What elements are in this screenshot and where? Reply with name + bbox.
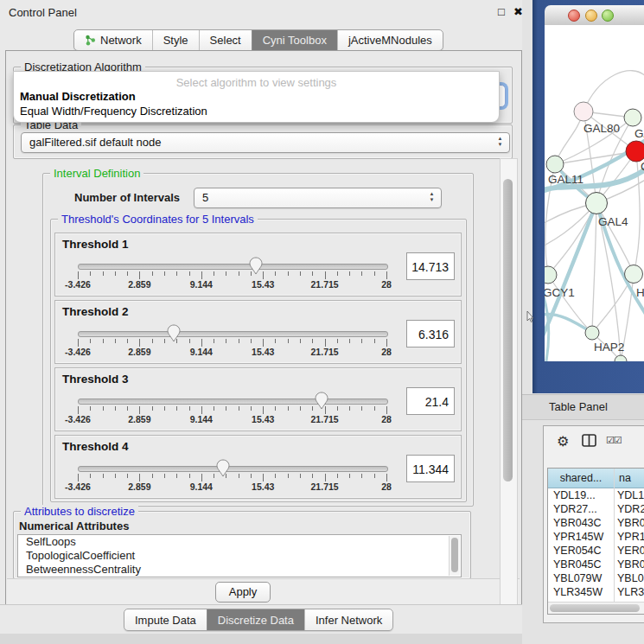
table-data-combobox[interactable]: galFiltered.sif default node ▲▼ xyxy=(21,132,510,153)
table-row[interactable]: YER054CYER0 xyxy=(548,544,644,558)
minimize-traffic-light-icon[interactable] xyxy=(585,10,597,22)
slider-track[interactable] xyxy=(78,399,388,405)
table-row[interactable]: YDR27...YDR2 xyxy=(548,502,644,516)
threshold-value-field[interactable]: 6.316 xyxy=(406,320,455,348)
network-node[interactable] xyxy=(546,156,564,173)
zoom-traffic-light-icon[interactable] xyxy=(602,10,614,22)
slider-tick xyxy=(152,271,153,276)
panel-scrollbar[interactable] xyxy=(500,158,518,605)
slider-tick xyxy=(239,271,239,276)
network-canvas[interactable]: GAL80GACGAL11GAL4GCY1HHAP2 xyxy=(545,25,644,361)
thresholds-group-title: Threshold's Coordinates for 5 Intervals xyxy=(58,213,258,226)
slider-tick xyxy=(239,339,239,343)
attribute-list-item[interactable]: BetweennessCentrality xyxy=(18,563,461,577)
slider-tick xyxy=(275,474,276,478)
slider-tick xyxy=(115,406,116,411)
slider-tick xyxy=(189,339,190,343)
slider-tick xyxy=(361,406,362,411)
slider-tick xyxy=(361,474,362,478)
close-traffic-light-icon[interactable] xyxy=(568,10,580,22)
network-edge[interactable] xyxy=(634,151,640,274)
tab-infer-network[interactable]: Infer Network xyxy=(304,609,392,630)
tab-discretize-data[interactable]: Discretize Data xyxy=(207,609,304,630)
slider-thumb[interactable] xyxy=(167,324,181,342)
slider-tick xyxy=(115,474,116,478)
network-node[interactable] xyxy=(585,326,599,340)
slider-tick-label: 21.715 xyxy=(299,481,351,492)
slider-tick xyxy=(78,339,79,347)
slider-tick-label: 2.859 xyxy=(113,414,165,424)
network-node[interactable] xyxy=(626,141,644,162)
numerical-attributes-list[interactable]: SelfLoopsTopologicalCoefficientBetweenne… xyxy=(17,534,462,577)
slider-thumb[interactable] xyxy=(315,392,328,410)
slider-tick-label: 2.859 xyxy=(113,347,165,357)
attributes-scrollbar-thumb[interactable] xyxy=(451,538,458,572)
algorithm-option-manual[interactable]: Manual Discretization xyxy=(20,90,136,103)
network-node[interactable] xyxy=(624,109,641,126)
algorithm-option-equal-width[interactable]: Equal Width/Frequency Discretization xyxy=(20,105,207,118)
table-row[interactable]: YDL19...YDL1 xyxy=(548,488,644,502)
table-row[interactable]: YBL079WYBL0 xyxy=(548,571,644,585)
gear-icon[interactable]: ⚙ xyxy=(557,433,569,450)
threshold-value-field[interactable]: 11.344 xyxy=(406,455,455,482)
slider-tick xyxy=(386,339,387,347)
desktop-strip xyxy=(0,634,522,644)
attribute-list-item[interactable]: SelfLoops xyxy=(18,535,461,549)
tab-jactivemnodules[interactable]: jActiveMNodules xyxy=(337,30,443,50)
slider-tick xyxy=(325,339,326,347)
column-header-name[interactable]: na xyxy=(615,469,644,488)
network-window-titlebar[interactable] xyxy=(545,5,644,26)
slider-tick xyxy=(115,271,116,276)
table-hscrollbar-thumb[interactable] xyxy=(550,604,640,612)
slider-tick xyxy=(275,339,276,343)
float-window-icon[interactable]: □ xyxy=(498,5,505,18)
threshold-value-field[interactable]: 21.4 xyxy=(406,387,455,415)
column-header-shared-name[interactable]: shared... xyxy=(548,469,615,488)
table-row[interactable]: YBR043CYBR0 xyxy=(548,516,644,530)
apply-button[interactable]: Apply xyxy=(215,582,271,603)
network-edge[interactable] xyxy=(596,203,634,274)
slider-track[interactable] xyxy=(78,331,388,337)
tab-cyni-toolbox[interactable]: Cyni Toolbox xyxy=(252,30,337,50)
cell-shared-name: YBR043C xyxy=(553,516,602,530)
attribute-list-item[interactable]: TopologicalCoefficient xyxy=(18,549,461,563)
attributes-scrollbar[interactable] xyxy=(449,536,460,576)
bottom-tab-bar: Impute Data Discretize Data Infer Networ… xyxy=(0,604,522,634)
network-node[interactable] xyxy=(545,266,557,284)
network-node[interactable] xyxy=(625,265,643,284)
slider-tick xyxy=(103,339,104,343)
tab-select[interactable]: Select xyxy=(199,30,252,50)
slider-thumb[interactable] xyxy=(216,459,230,477)
tab-network[interactable]: Network xyxy=(74,30,152,50)
slider-track[interactable] xyxy=(78,264,388,270)
slider-tick xyxy=(152,474,153,478)
network-node-label: GAL11 xyxy=(548,173,583,186)
split-columns-icon[interactable] xyxy=(582,434,596,450)
network-edge[interactable] xyxy=(583,71,644,112)
slider-tick xyxy=(251,474,252,478)
slider-tick xyxy=(201,406,202,414)
table-row[interactable]: YBR045CYBR0 xyxy=(548,558,644,571)
slider-tick xyxy=(115,339,116,343)
cell-shared-name: YBR045C xyxy=(553,558,602,571)
threshold-value-field[interactable]: 14.713 xyxy=(406,252,455,280)
network-node[interactable] xyxy=(586,193,608,214)
table-row[interactable]: YLR345WYLR3 xyxy=(548,585,644,599)
network-node[interactable] xyxy=(574,102,593,121)
tab-style[interactable]: Style xyxy=(152,30,199,50)
tab-network-label: Network xyxy=(100,34,142,47)
slider-tick xyxy=(139,339,140,347)
table-data-combobox-value: galFiltered.sif default node xyxy=(29,133,161,152)
numerical-attributes-label: Numerical Attributes xyxy=(19,520,129,532)
table-hscrollbar[interactable] xyxy=(548,602,644,614)
panel-scrollbar-thumb[interactable] xyxy=(503,179,513,481)
number-of-intervals-combobox[interactable]: 5 ▲▼ xyxy=(194,188,442,208)
network-edge[interactable] xyxy=(592,203,596,333)
cell-name: YDL1 xyxy=(617,488,644,502)
node-table[interactable]: shared... na YDL19...YDL1YDR27...YDR2YBR… xyxy=(547,468,644,615)
slider-track[interactable] xyxy=(78,466,388,472)
table-row[interactable]: YPR145WYPR1 xyxy=(548,530,644,544)
select-columns-icon[interactable]: ☑☑ xyxy=(606,435,622,446)
slider-tick xyxy=(78,474,79,481)
tab-impute-data[interactable]: Impute Data xyxy=(124,609,207,630)
